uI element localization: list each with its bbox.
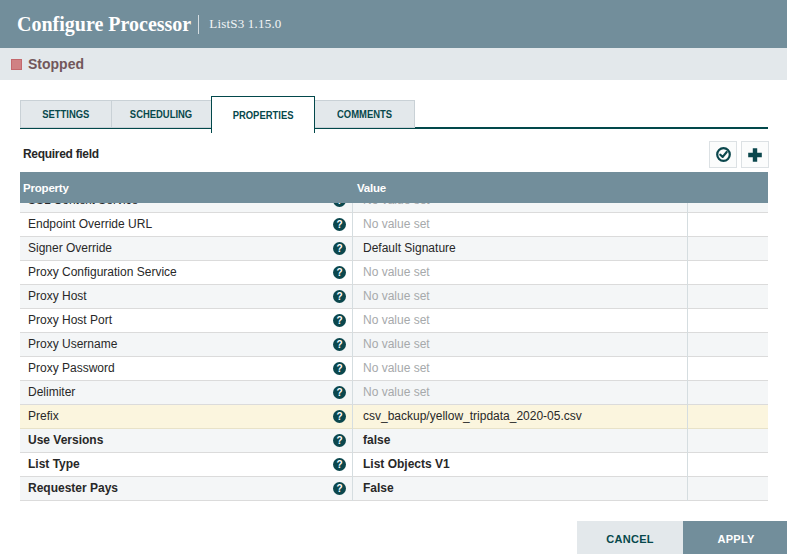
help-icon[interactable] <box>333 266 346 279</box>
row-spacer <box>687 381 768 404</box>
property-name: Delimiter <box>28 385 333 399</box>
property-value-cell[interactable]: No value set <box>352 333 687 356</box>
property-name-cell: List Type <box>20 453 352 476</box>
property-value-cell[interactable]: No value set <box>352 285 687 308</box>
apply-button[interactable]: APPLY <box>683 521 787 554</box>
row-spacer <box>687 405 768 428</box>
configure-processor-dialog: Configure Processor ListS3 1.15.0 Stoppe… <box>0 0 787 554</box>
tab-bar: SETTINGS SCHEDULING PROPERTIES COMMENTS <box>20 96 768 133</box>
property-value-cell[interactable]: No value set <box>352 381 687 404</box>
tab-label: SCHEDULING <box>130 108 192 120</box>
property-name-cell: Prefix <box>20 405 352 428</box>
table-header: Property Value <box>20 172 768 203</box>
property-value-cell[interactable]: No value set <box>352 357 687 380</box>
property-table: Property Value SSL Context Service No va… <box>20 172 768 501</box>
column-header-value: Value <box>357 182 386 194</box>
property-name-cell: Proxy Username <box>20 333 352 356</box>
table-row[interactable]: Use Versions false <box>20 429 768 453</box>
column-divider-2 <box>687 203 688 501</box>
tab[interactable]: COMMENTS <box>314 100 415 128</box>
row-spacer <box>687 477 768 500</box>
help-icon[interactable] <box>333 482 346 495</box>
help-icon[interactable] <box>333 218 346 231</box>
property-value-cell[interactable]: No value set <box>352 261 687 284</box>
dialog-title: Configure Processor <box>17 13 191 36</box>
help-icon[interactable] <box>333 386 346 399</box>
row-spacer <box>687 333 768 356</box>
status-label: Stopped <box>28 56 84 72</box>
add-property-icon <box>747 147 763 163</box>
verification-button[interactable] <box>709 141 737 168</box>
help-icon[interactable] <box>333 338 346 351</box>
stopped-icon <box>11 59 22 70</box>
property-name-cell: Use Versions <box>20 429 352 452</box>
cancel-button[interactable]: CANCEL <box>577 521 683 554</box>
property-name: Proxy Configuration Service <box>28 265 333 279</box>
table-body: SSL Context Service No value set Endpoin… <box>20 189 768 501</box>
property-value-cell[interactable]: csv_backup/yellow_tripdata_2020-05.csv <box>352 405 687 428</box>
property-name-cell: Proxy Host Port <box>20 309 352 332</box>
help-icon[interactable] <box>333 362 346 375</box>
tab-label: SETTINGS <box>42 108 89 120</box>
table-row[interactable]: Proxy Password No value set <box>20 357 768 381</box>
help-icon[interactable] <box>333 458 346 471</box>
property-name-cell: Proxy Configuration Service <box>20 261 352 284</box>
table-row[interactable]: Prefix csv_backup/yellow_tripdata_2020-0… <box>20 405 768 429</box>
property-value-cell[interactable]: Default Signature <box>352 237 687 260</box>
help-icon[interactable] <box>333 434 346 447</box>
row-spacer <box>687 357 768 380</box>
properties-toolbar: Required field <box>20 140 768 168</box>
column-divider-1 <box>352 203 353 501</box>
new-property-button[interactable] <box>741 141 769 168</box>
property-name: Requester Pays <box>28 481 333 495</box>
property-value-cell[interactable]: No value set <box>352 213 687 236</box>
property-name: Endpoint Override URL <box>28 217 333 231</box>
property-name: Signer Override <box>28 241 333 255</box>
tab-label: COMMENTS <box>337 108 392 120</box>
table-row[interactable]: List Type List Objects V1 <box>20 453 768 477</box>
property-name: Proxy Username <box>28 337 333 351</box>
property-name-cell: Proxy Password <box>20 357 352 380</box>
table-row[interactable]: Proxy Host Port No value set <box>20 309 768 333</box>
property-name-cell: Delimiter <box>20 381 352 404</box>
property-name: Proxy Host <box>28 289 333 303</box>
help-icon[interactable] <box>333 290 346 303</box>
status-bar: Stopped <box>0 48 787 80</box>
table-row[interactable]: Signer Override Default Signature <box>20 237 768 261</box>
property-name-cell: Proxy Host <box>20 285 352 308</box>
table-row[interactable]: Proxy Host No value set <box>20 285 768 309</box>
property-name-cell: Endpoint Override URL <box>20 213 352 236</box>
property-value-cell[interactable]: False <box>352 477 687 500</box>
property-name: Prefix <box>28 409 333 423</box>
column-header-property: Property <box>20 182 69 194</box>
property-name: Proxy Password <box>28 361 333 375</box>
processor-name-version: ListS3 1.15.0 <box>209 16 281 32</box>
dialog-titlebar: Configure Processor ListS3 1.15.0 <box>0 0 787 48</box>
tab[interactable]: SCHEDULING <box>111 100 212 128</box>
help-icon[interactable] <box>333 410 346 423</box>
tab[interactable]: SETTINGS <box>20 100 112 128</box>
table-row[interactable]: Endpoint Override URL No value set <box>20 213 768 237</box>
row-spacer <box>687 309 768 332</box>
row-spacer <box>687 453 768 476</box>
tab-list: SETTINGS SCHEDULING PROPERTIES COMMENTS <box>20 96 414 133</box>
table-row[interactable]: Proxy Username No value set <box>20 333 768 357</box>
title-separator <box>198 15 199 34</box>
tab-label: PROPERTIES <box>233 109 294 121</box>
property-value-cell[interactable]: false <box>352 429 687 452</box>
table-row[interactable]: Delimiter No value set <box>20 381 768 405</box>
help-icon[interactable] <box>333 314 346 327</box>
table-row[interactable]: Proxy Configuration Service No value set <box>20 261 768 285</box>
required-field-label: Required field <box>23 147 99 161</box>
table-row[interactable]: Requester Pays False <box>20 477 768 501</box>
property-name: List Type <box>28 457 333 471</box>
row-spacer <box>687 261 768 284</box>
row-spacer <box>687 429 768 452</box>
property-name-cell: Requester Pays <box>20 477 352 500</box>
help-icon[interactable] <box>333 242 346 255</box>
property-value-cell[interactable]: No value set <box>352 309 687 332</box>
property-value-cell[interactable]: List Objects V1 <box>352 453 687 476</box>
tab[interactable]: PROPERTIES <box>211 96 315 133</box>
verification-check-icon <box>715 146 732 163</box>
property-name-cell: Signer Override <box>20 237 352 260</box>
